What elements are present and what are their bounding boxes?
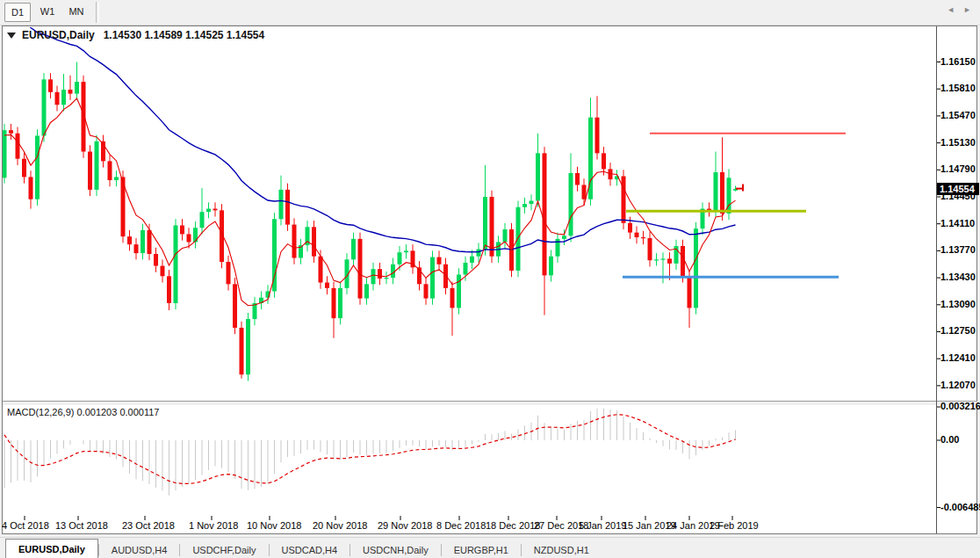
- date-axis-label: 2 Feb 2019: [710, 520, 759, 531]
- symbol-dropdown-icon[interactable]: [7, 33, 16, 39]
- date-axis-label: 4 Oct 2018: [2, 520, 49, 531]
- pane-splitter[interactable]: [3, 401, 977, 406]
- chart-tab-audusd[interactable]: AUDUSD,H4: [99, 541, 180, 558]
- chart-title: EURUSD,Daily 1.14530 1.14589 1.14525 1.1…: [7, 29, 264, 41]
- tab-scroll-right-icon[interactable]: ►: [963, 5, 971, 14]
- timeframe-button-d1[interactable]: D1: [4, 3, 31, 22]
- timeframe-button-w1[interactable]: W1: [35, 3, 60, 20]
- chart-tab-nzdusd[interactable]: NZDUSD,H1: [522, 541, 602, 558]
- date-axis-label: 18 Dec 2018: [486, 520, 540, 531]
- macd-axis-label: -0.006485: [940, 502, 980, 512]
- current-price-badge: 1.14554: [937, 183, 979, 195]
- price-axis-label: 1.14790: [940, 163, 976, 174]
- price-axis-label: 1.13430: [940, 272, 976, 282]
- date-axis-label: 23 Oct 2018: [122, 520, 175, 531]
- price-axis-label: 1.15130: [940, 137, 976, 148]
- symbol-label: EURUSD,Daily: [22, 29, 95, 41]
- date-axis-label: 10 Nov 2018: [247, 520, 301, 531]
- toolbar-separator: [96, 2, 99, 23]
- price-axis-label: 1.12070: [940, 380, 976, 390]
- price-axis-label: 1.16150: [940, 56, 976, 67]
- price-axis-label: 1.13090: [940, 299, 976, 309]
- chart-window: [2, 25, 977, 534]
- macd-axis-label: 0.00: [940, 434, 959, 445]
- macd-axis-label: 0.003216: [940, 401, 980, 411]
- date-axis-label: 20 Nov 2018: [313, 520, 367, 531]
- macd-indicator-label: MACD(12,26,9) 0.001203 0.000117: [7, 407, 159, 417]
- timeframe-buttons: D1W1MN: [0, 3, 89, 22]
- chart-tab-bar: EURUSD,DailyAUDUSD,H4USDCHF,DailyUSDCAD,…: [0, 537, 980, 558]
- price-axis-line: [936, 26, 937, 533]
- tabs-holder: EURUSD,DailyAUDUSD,H4USDCHF,DailyUSDCAD,…: [0, 539, 602, 558]
- tab-scroll-controls: ◄ ►: [947, 5, 971, 14]
- chart-tab-usdcnh[interactable]: USDCNH,Daily: [350, 541, 441, 558]
- date-axis-label: 5 Jan 2019: [579, 520, 626, 531]
- chart-tab-eurusd[interactable]: EURUSD,Daily: [5, 539, 98, 558]
- chart-tab-eurgbp[interactable]: EURGBP,H1: [442, 541, 521, 558]
- chart-tab-usdchf[interactable]: USDCHF,Daily: [180, 541, 268, 558]
- price-axis-label: 1.14110: [940, 218, 975, 228]
- ohlc-values: 1.14530 1.14589 1.14525 1.14554: [104, 29, 265, 41]
- date-axis-label: 13 Oct 2018: [55, 520, 108, 531]
- price-axis-label: 1.13770: [940, 244, 976, 255]
- price-axis-label: 1.15470: [940, 110, 976, 120]
- price-axis-label: 1.15810: [940, 83, 976, 93]
- price-axis-label: 1.12410: [940, 352, 976, 363]
- chart-tab-usdcad[interactable]: USDCAD,H4: [270, 541, 350, 558]
- date-axis-label: 29 Nov 2018: [378, 520, 432, 531]
- timeframe-button-mn[interactable]: MN: [64, 3, 89, 20]
- price-axis-label: 1.12750: [940, 325, 976, 336]
- tab-scroll-left-icon[interactable]: ◄: [947, 5, 955, 14]
- timeframe-toolbar: D1W1MN: [0, 0, 980, 25]
- date-axis-label: 8 Dec 2018: [436, 520, 486, 531]
- date-axis-label: 1 Nov 2018: [189, 520, 238, 531]
